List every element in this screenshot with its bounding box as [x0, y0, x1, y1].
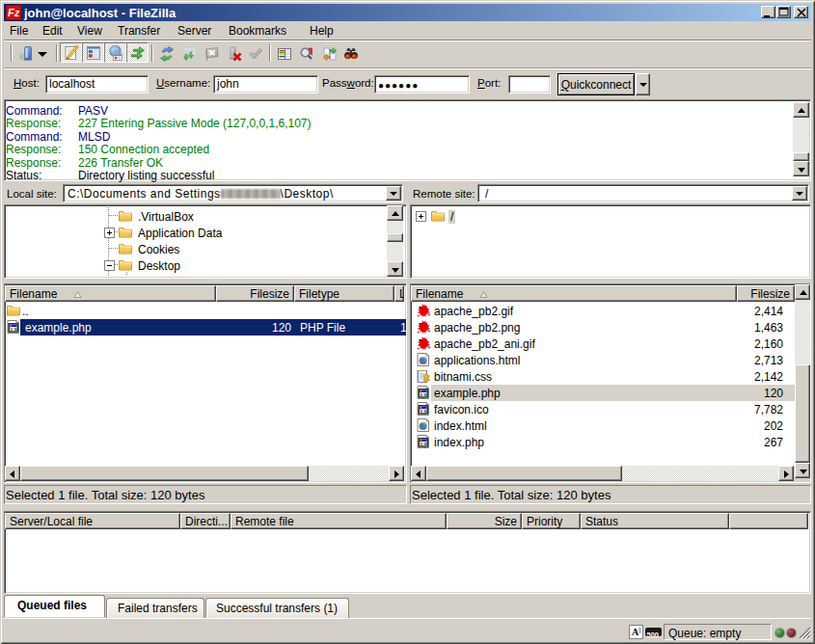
- svg-text:A: A: [632, 627, 639, 637]
- svg-text:Fz: Fz: [8, 7, 20, 18]
- svg-text:500: 500: [647, 631, 660, 639]
